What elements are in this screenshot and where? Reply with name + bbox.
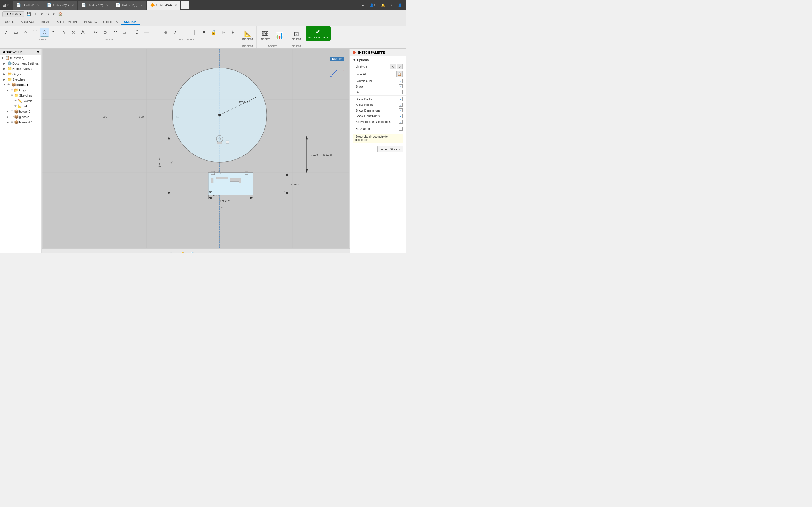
polygon-tool[interactable]: ⬡: [40, 27, 49, 37]
horiz-tool[interactable]: —: [142, 27, 151, 37]
conic-tool[interactable]: ∩: [59, 27, 68, 37]
undo-button[interactable]: ↩: [33, 11, 39, 17]
tree-item-doc-settings[interactable]: ▶ ⚙️ Document Settings: [0, 61, 42, 66]
tab-close-4[interactable]: ✕: [140, 4, 143, 7]
select-btn[interactable]: ⊡SELECT: [290, 27, 303, 43]
view-cube-btn[interactable]: ▣: [207, 250, 214, 253]
tab-untitled4[interactable]: 📄 Untitled*(3) ✕: [112, 1, 146, 10]
tab-mesh[interactable]: MESH: [39, 19, 53, 24]
tree-item-filament1[interactable]: ▶ 👁 📦 filament:1: [0, 119, 42, 125]
canvas-area[interactable]: -150 -100 -50 50 Ø75.00 70.00 (32.50): [42, 49, 350, 253]
tab-utilities[interactable]: UTILITIES: [100, 19, 120, 24]
home-button[interactable]: 🏠: [57, 11, 64, 17]
trim-tool[interactable]: ✂: [91, 27, 100, 37]
tab-untitled1[interactable]: 📄 Untitled* ✕: [13, 1, 43, 10]
help-icon[interactable]: ?: [389, 3, 394, 7]
undo-dropdown[interactable]: ▾: [40, 11, 44, 17]
arc-tool[interactable]: ⌒: [31, 27, 40, 37]
tab-surface[interactable]: SURFACE: [18, 19, 38, 24]
spline-tool[interactable]: 〜: [50, 27, 59, 37]
avatar-icon[interactable]: 👤: [396, 3, 404, 8]
tree-item-bulb1[interactable]: ▼ 👁 📦 bulb:1 ●: [0, 82, 42, 87]
point-tool[interactable]: ✕: [69, 27, 78, 37]
design-dropdown[interactable]: DESIGN ▾: [2, 11, 24, 17]
sym-tool[interactable]: ⇔: [219, 27, 228, 37]
fillet-tool[interactable]: ⌓: [120, 27, 129, 37]
tab-plastic[interactable]: PLASTIC: [81, 19, 100, 24]
insert-image-btn[interactable]: 🖼INSERT: [258, 27, 272, 43]
zoom-btn[interactable]: 🔍: [189, 250, 197, 253]
palette-finish-sketch-button[interactable]: Finish Sketch: [377, 146, 403, 152]
vert-tool[interactable]: |: [152, 27, 161, 37]
show-constraints-checkbox[interactable]: [399, 114, 403, 118]
grid-display-btn[interactable]: ▥: [225, 250, 231, 253]
snap-btn[interactable]: ⊕: [160, 250, 166, 253]
tree-item-named-views[interactable]: ▶ 📁 Named Views: [0, 66, 42, 71]
text-tool[interactable]: A: [79, 27, 87, 37]
perp-tool[interactable]: ⊥: [181, 27, 190, 37]
tab-sketch[interactable]: SKETCH: [121, 19, 139, 24]
sidebar-close-icon[interactable]: ✕: [37, 50, 39, 54]
inspect-btn[interactable]: 📐INSPECT: [241, 27, 255, 43]
notifications-icon[interactable]: 🔔: [379, 3, 387, 8]
display-btn[interactable]: ▤: [216, 250, 222, 253]
tree-item-glass2[interactable]: ▶ 👁 📦 glass:2: [0, 114, 42, 119]
break-tool[interactable]: 〰: [110, 27, 119, 37]
app-icon[interactable]: ⊞: [2, 3, 6, 8]
tree-item-sketch1[interactable]: 👁 ✏️ Sketch1: [0, 98, 42, 103]
coinc-tool[interactable]: ⊕: [161, 27, 170, 37]
tab-close-3[interactable]: ✕: [106, 4, 108, 7]
new-tab-button[interactable]: +: [181, 1, 189, 9]
tree-item-unsaved[interactable]: ▼ 📋 (Unsaved): [0, 55, 42, 61]
tang-tool[interactable]: ∧: [171, 27, 180, 37]
para-tool[interactable]: ∥: [190, 27, 199, 37]
palette-options-header[interactable]: ▼ Options: [350, 57, 406, 63]
tree-item-origin[interactable]: ▶ 📂 Origin: [0, 71, 42, 76]
slice-checkbox[interactable]: [399, 90, 403, 94]
tree-item-sketches[interactable]: ▶ 📁 Sketches: [0, 76, 42, 82]
show-points-checkbox[interactable]: [399, 103, 403, 107]
fix-tool[interactable]: 🔒: [209, 27, 218, 37]
redo-button[interactable]: ↪: [45, 11, 50, 17]
tree-item-sketches2[interactable]: ▼ 👁 📁 Sketches: [0, 93, 42, 98]
finish-sketch-toolbar-button[interactable]: ✔ FINISH SKETCH: [306, 26, 331, 41]
insert-svg-btn[interactable]: 📊: [272, 27, 286, 43]
collapse-sidebar-icon[interactable]: ◀: [2, 50, 4, 54]
tab-untitled3[interactable]: 📄 Untitled*(2) ✕: [78, 1, 112, 10]
tab-untitled5[interactable]: 🔶 Untitled*(4) ✕: [147, 1, 181, 10]
tree-item-origin2[interactable]: ▶ 👁 📂 Origin: [0, 87, 42, 93]
cloud-icon[interactable]: ☁: [359, 3, 366, 8]
tab-close-2[interactable]: ✕: [71, 4, 74, 7]
camera-btn[interactable]: 📷: [168, 250, 176, 253]
svg-text:70.00: 70.00: [311, 153, 318, 156]
tree-item-bulb-sketch[interactable]: 👁 📐 bulb: [0, 103, 42, 109]
pan-btn[interactable]: ✋: [179, 250, 187, 253]
linetype-right-btn[interactable]: ▷: [397, 64, 403, 69]
rect-tool[interactable]: ▭: [11, 27, 20, 37]
snap-checkbox[interactable]: [399, 84, 403, 89]
3d-sketch-checkbox[interactable]: [399, 127, 403, 131]
save-button[interactable]: 💾: [26, 11, 32, 17]
show-profile-checkbox[interactable]: [399, 97, 403, 101]
tab-solid[interactable]: SOLID: [2, 19, 17, 24]
redo-dropdown[interactable]: ▾: [52, 11, 56, 17]
tree-item-holder2[interactable]: ▶ 👁 📦 holder:2: [0, 109, 42, 114]
user-count[interactable]: 👤1: [368, 3, 377, 8]
tab-close-1[interactable]: ✕: [37, 4, 40, 7]
line-tool[interactable]: ╱: [2, 27, 11, 37]
circle-tool[interactable]: ○: [21, 27, 30, 37]
orbit-btn[interactable]: ⊙: [199, 250, 205, 253]
sketch-grid-checkbox[interactable]: [399, 79, 403, 83]
midpoint-tool[interactable]: ⊧: [229, 27, 238, 37]
tab-close-5[interactable]: ✕: [175, 4, 177, 7]
look-at-button[interactable]: 📋: [396, 71, 403, 77]
linetype-left-btn[interactable]: ◁: [390, 64, 396, 69]
show-projected-checkbox[interactable]: [399, 120, 403, 124]
settings-btn[interactable]: ▾: [7, 3, 9, 7]
dimension-tool[interactable]: D: [133, 27, 142, 37]
equal-tool[interactable]: =: [200, 27, 209, 37]
extend-tool[interactable]: ⊃: [101, 27, 110, 37]
tab-untitled2[interactable]: 📄 Untitled*(1) ✕: [43, 1, 77, 10]
show-dimensions-checkbox[interactable]: [399, 108, 403, 112]
tab-sheet-metal[interactable]: SHEET METAL: [54, 19, 81, 24]
